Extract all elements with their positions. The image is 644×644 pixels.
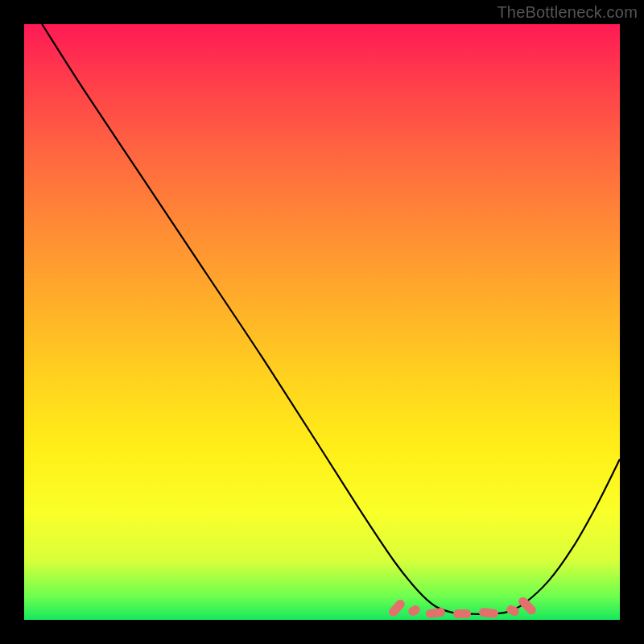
- curve-path: [42, 24, 620, 614]
- plot-area: [24, 24, 620, 620]
- optimal-marker: [453, 609, 471, 618]
- watermark-text: TheBottleneck.com: [497, 3, 638, 22]
- bottleneck-curve: [24, 24, 620, 620]
- chart-frame: TheBottleneck.com: [0, 0, 644, 644]
